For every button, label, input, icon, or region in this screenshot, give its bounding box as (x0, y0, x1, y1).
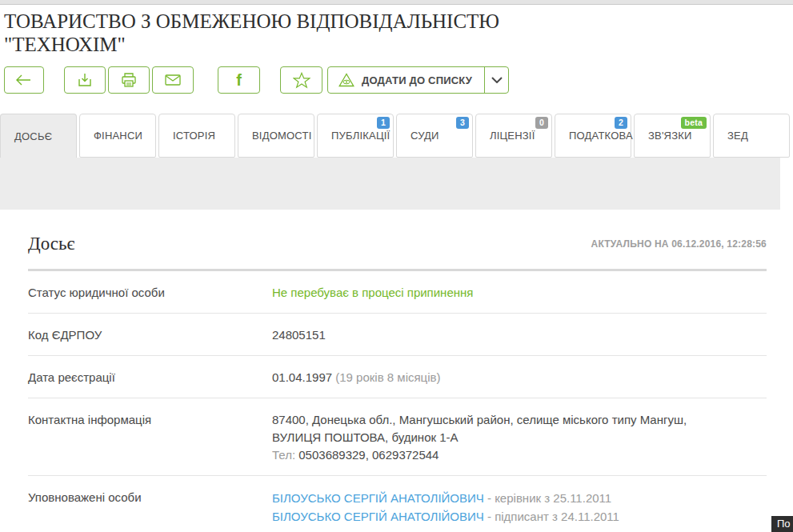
tab-zed[interactable]: ЗЕД (713, 114, 790, 158)
tab-label: ЗВ'ЯЗКИ (648, 130, 692, 142)
row-label: Статус юридичної особи (28, 284, 272, 302)
print-icon (121, 73, 137, 87)
tab-tax[interactable]: ПОДАТКОВА2 (555, 114, 631, 158)
tab-publications[interactable]: ПУБЛІКАЦІЇ1 (317, 114, 394, 158)
back-button[interactable] (4, 66, 44, 94)
tab-label: ПУБЛІКАЦІЇ (331, 130, 390, 142)
chevron-down-icon (491, 77, 503, 83)
monitoring-eye-icon (338, 73, 354, 87)
tab-label: ПОДАТКОВА (569, 130, 633, 142)
row-contact-info: Контактна інформація 87400, Донецька обл… (28, 398, 767, 475)
tab-licenses[interactable]: ЛІЦЕНЗІЇ0 (475, 114, 552, 158)
facebook-share-button[interactable]: f (218, 66, 260, 94)
person-line: БІЛОУСЬКО СЕРГІЙ АНАТОЛІЙОВИЧ - підписан… (272, 507, 767, 526)
add-to-list-button-group: ДОДАТИ ДО СПИСКУ (327, 66, 509, 94)
legal-status-value: Не перебуває в процесі припинення (272, 284, 767, 302)
add-to-list-dropdown-button[interactable] (484, 67, 508, 93)
row-edrpou-code: Код ЄДРПОУ 24805151 (28, 313, 767, 355)
background-band (0, 158, 780, 210)
tab-bar: ДОСЬЄ ФІНАНСИ ІСТОРІЯ ВІДОМОСТІ ПУБЛІКАЦ… (0, 114, 793, 158)
row-label: Дата реєстрації (28, 369, 272, 386)
tab-label: ВІДОМОСТІ (252, 130, 311, 142)
company-title-line1: ТОВАРИСТВО З ОБМЕЖЕНОЮ ВІДПОВІДАЛЬНІСТЮ (4, 10, 499, 32)
person-link[interactable]: БІЛОУСЬКО СЕРГІЙ АНАТОЛІЙОВИЧ (272, 491, 484, 505)
row-label: Уповноважені особи (28, 489, 272, 526)
actual-on-timestamp: АКТУАЛЬНО НА 06.12.2016, 12:28:56 (591, 238, 767, 250)
facebook-icon: f (236, 71, 242, 90)
row-label: Контактна інформація (28, 411, 272, 464)
tab-badge: 0 (535, 117, 548, 129)
tab-details[interactable]: ВІДОМОСТІ (238, 114, 314, 158)
company-title-line2: "ТЕХНОХІМ" (4, 34, 126, 55)
row-label: Код ЄДРПОУ (28, 326, 272, 344)
tab-dossier[interactable]: ДОСЬЄ (0, 114, 77, 158)
tab-label: ДОСЬЄ (14, 130, 52, 142)
envelope-icon (165, 74, 181, 86)
contact-info-value: 87400, Донецька обл., Мангушський район,… (272, 411, 767, 464)
tab-connections[interactable]: ЗВ'ЯЗКИbeta (634, 114, 711, 158)
add-to-list-button[interactable]: ДОДАТИ ДО СПИСКУ (328, 67, 484, 93)
phone-label: Тел: (272, 448, 295, 462)
top-chrome-strip (0, 0, 793, 5)
print-button[interactable] (108, 66, 150, 94)
person-line: БІЛОУСЬКО СЕРГІЙ АНАТОЛІЙОВИЧ - керівник… (272, 489, 767, 507)
tab-history[interactable]: ІСТОРІЯ (158, 114, 235, 158)
back-arrow-icon (16, 74, 32, 86)
add-to-list-label: ДОДАТИ ДО СПИСКУ (362, 74, 472, 86)
tab-label: ЗЕД (727, 130, 748, 142)
tab-label: ФІНАНСИ (94, 130, 142, 142)
email-button[interactable] (152, 66, 194, 94)
person-role: - керівник з 25.11.2011 (487, 491, 611, 505)
phone-numbers: 0503689329, 0629372544 (298, 448, 439, 462)
registration-date: 01.04.1997 (272, 370, 332, 384)
favorite-star-button[interactable] (280, 66, 322, 94)
tab-badge-beta: beta (681, 117, 707, 129)
download-icon (78, 73, 92, 87)
registration-date-value: 01.04.1997 (19 років 8 місяців) (272, 369, 767, 386)
company-title: ТОВАРИСТВО З ОБМЕЖЕНОЮ ВІДПОВІДАЛЬНІСТЮ … (4, 10, 564, 56)
dossier-card: Досьє АКТУАЛЬНО НА 06.12.2016, 12:28:56 … (6, 210, 780, 532)
download-button[interactable] (64, 66, 106, 94)
company-address: 87400, Донецька обл., Мангушський район,… (272, 411, 724, 446)
person-link[interactable]: БІЛОУСЬКО СЕРГІЙ АНАТОЛІЙОВИЧ (272, 510, 484, 523)
edrpou-value: 24805151 (272, 326, 767, 344)
tab-label: СУДИ (411, 130, 439, 142)
registration-age-note: (19 років 8 місяців) (335, 370, 440, 384)
tab-label: ІСТОРІЯ (173, 130, 215, 142)
tab-badge: 3 (456, 117, 469, 129)
toolbar: f ДОДАТИ ДО СПИСКУ (4, 66, 509, 94)
row-authorized-persons: Уповноважені особи БІЛОУСЬКО СЕРГІЙ АНАТ… (28, 475, 767, 532)
row-registration-date: Дата реєстрації 01.04.1997 (19 років 8 м… (28, 355, 767, 398)
tab-badge: 2 (615, 117, 627, 129)
phone-line: Тел: 0503689329, 0629372544 (272, 448, 439, 462)
tab-courts[interactable]: СУДИ3 (396, 114, 473, 158)
tab-finances[interactable]: ФІНАНСИ (79, 114, 156, 158)
row-legal-status: Статус юридичної особи Не перебуває в пр… (28, 271, 767, 313)
tab-badge: 1 (377, 117, 390, 129)
authorized-persons-value: БІЛОУСЬКО СЕРГІЙ АНАТОЛІЙОВИЧ - керівник… (272, 489, 767, 526)
tab-label: ЛІЦЕНЗІЇ (490, 130, 535, 142)
person-role: - підписант з 24.11.2011 (487, 510, 619, 523)
feedback-tab-fragment[interactable]: По (771, 516, 793, 532)
star-icon (293, 72, 310, 89)
